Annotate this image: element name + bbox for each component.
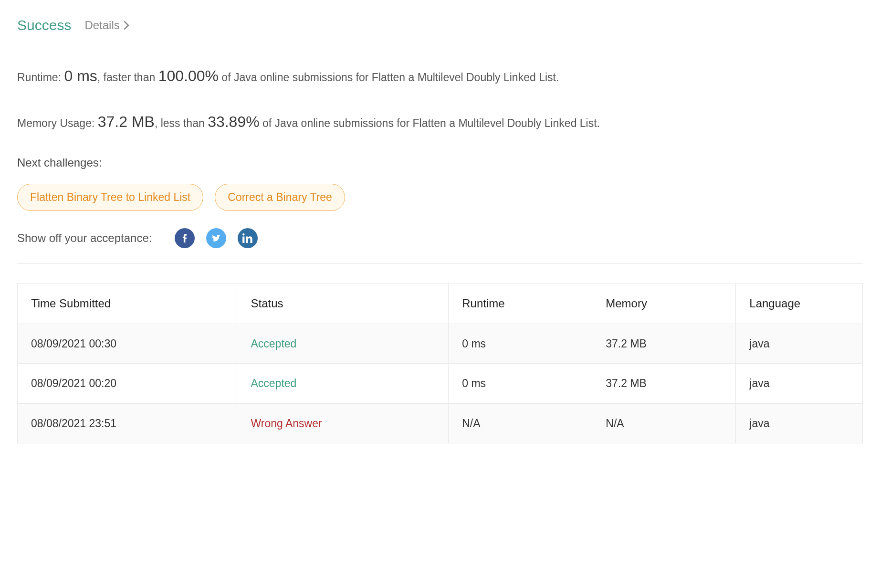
memory-metric: Memory Usage: 37.2 MB, less than 33.89% … (17, 108, 863, 135)
memory-mid: , less than (155, 117, 208, 129)
share-row: Show off your acceptance: (17, 228, 863, 248)
cell-memory: 37.2 MB (592, 364, 736, 404)
divider (17, 263, 863, 264)
details-link[interactable]: Details (84, 17, 129, 34)
cell-time: 08/09/2021 00:20 (18, 364, 237, 404)
table-header-row: Time Submitted Status Runtime Memory Lan… (18, 283, 863, 324)
col-memory: Memory (592, 283, 736, 324)
runtime-mid: , faster than (97, 71, 158, 84)
runtime-percent: 100.00% (158, 67, 219, 84)
runtime-suffix: of Java online submissions for Flatten a… (219, 71, 559, 84)
memory-suffix: of Java online submissions for Flatten a… (260, 117, 600, 129)
memory-prefix: Memory Usage: (17, 117, 98, 129)
col-runtime: Runtime (449, 283, 592, 324)
memory-percent: 33.89% (208, 113, 260, 130)
success-label: Success (17, 14, 71, 36)
share-icons (175, 228, 258, 248)
details-label: Details (84, 17, 119, 34)
facebook-icon[interactable] (175, 228, 195, 248)
submissions-table: Time Submitted Status Runtime Memory Lan… (17, 283, 863, 444)
chevron-right-icon (124, 21, 129, 30)
table-row: 08/09/2021 00:30 Accepted 0 ms 37.2 MB j… (18, 324, 863, 364)
challenge-pill[interactable]: Flatten Binary Tree to Linked List (17, 184, 203, 211)
next-challenges-label: Next challenges: (17, 154, 863, 171)
cell-time: 08/08/2021 23:51 (18, 403, 237, 443)
linkedin-icon[interactable] (238, 228, 258, 248)
cell-runtime: 0 ms (449, 364, 592, 404)
table-row: 08/09/2021 00:20 Accepted 0 ms 37.2 MB j… (18, 364, 863, 404)
cell-memory: N/A (592, 403, 736, 443)
challenge-pill[interactable]: Correct a Binary Tree (215, 184, 345, 211)
twitter-icon[interactable] (206, 228, 226, 248)
cell-status[interactable]: Wrong Answer (251, 417, 322, 430)
next-challenges-row: Flatten Binary Tree to Linked List Corre… (17, 184, 863, 211)
col-time: Time Submitted (18, 283, 237, 324)
cell-time: 08/09/2021 00:30 (18, 324, 237, 364)
runtime-metric: Runtime: 0 ms, faster than 100.00% of Ja… (17, 63, 863, 89)
col-language: Language (736, 283, 863, 324)
cell-language: java (736, 364, 863, 404)
table-row: 08/08/2021 23:51 Wrong Answer N/A N/A ja… (18, 403, 863, 443)
cell-memory: 37.2 MB (592, 324, 736, 364)
runtime-prefix: Runtime: (17, 71, 64, 84)
cell-status[interactable]: Accepted (251, 337, 296, 350)
col-status: Status (237, 283, 449, 324)
cell-language: java (736, 403, 863, 443)
share-label: Show off your acceptance: (17, 230, 152, 247)
runtime-value: 0 ms (64, 67, 97, 84)
cell-runtime: N/A (449, 403, 592, 443)
memory-value: 37.2 MB (98, 113, 155, 130)
cell-status[interactable]: Accepted (251, 377, 296, 389)
cell-runtime: 0 ms (449, 324, 592, 364)
cell-language: java (736, 324, 863, 364)
result-header: Success Details (17, 14, 863, 36)
